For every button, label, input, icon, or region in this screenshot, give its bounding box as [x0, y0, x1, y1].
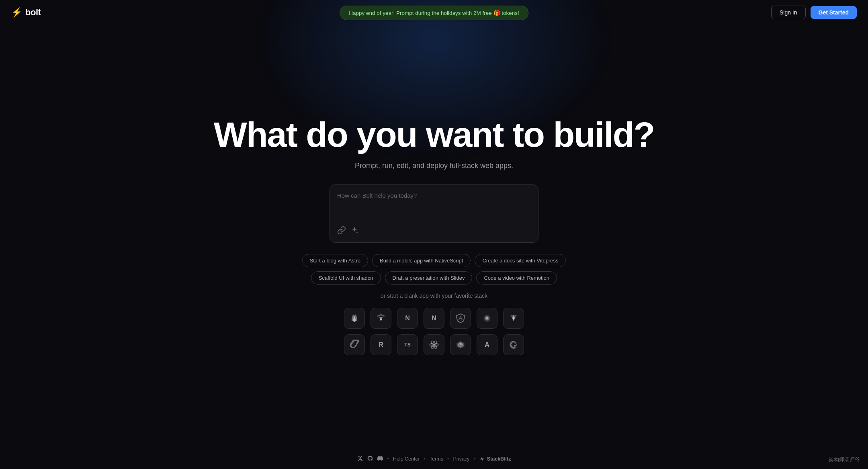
banner-text: Happy end of year! Prompt during the hol…	[349, 10, 519, 16]
stack-icon-nuxt[interactable]: N	[397, 308, 418, 329]
hero-title: What do you want to build?	[214, 116, 655, 153]
sparkle-icon[interactable]	[350, 226, 359, 237]
stack-row-1: N N	[344, 308, 524, 329]
prompt-footer	[337, 226, 531, 237]
watermark: 架构师汤师爷	[829, 456, 860, 463]
help-center-link[interactable]: Help Center	[393, 456, 420, 462]
footer-dot-4: •	[473, 456, 475, 462]
stack-icon-angular[interactable]	[450, 308, 471, 329]
blank-app-label: or start a blank app with your favorite …	[381, 293, 487, 299]
stack-icon-svelte[interactable]	[344, 334, 365, 355]
logo[interactable]: ⚡ bolt	[11, 7, 41, 18]
svg-line-1	[459, 316, 461, 320]
holiday-banner: Happy end of year! Prompt during the hol…	[340, 6, 528, 20]
link-icon[interactable]	[337, 226, 346, 237]
stack-icon-next[interactable]: N	[424, 308, 444, 329]
suggestion-pill-4[interactable]: Draft a presentation with Slidev	[385, 271, 473, 285]
github-icon[interactable]	[367, 455, 373, 463]
suggestion-pill-2[interactable]: Create a docs site with Vitepress	[475, 254, 566, 267]
stackblitz-label: StackBlitz	[487, 456, 511, 462]
logo-text: bolt	[25, 7, 41, 18]
stack-icon-react[interactable]	[424, 334, 444, 355]
suggestions-container: Start a blog with Astro Build a mobile a…	[289, 254, 579, 285]
header-actions: Sign In Get Started	[771, 6, 857, 19]
prompt-box	[330, 184, 538, 243]
stack-icon-solid[interactable]	[477, 308, 497, 329]
footer-dot-3: •	[447, 456, 449, 462]
get-started-button[interactable]: Get Started	[811, 6, 857, 19]
x-twitter-icon[interactable]	[357, 455, 363, 463]
stack-icon-angular-a[interactable]: A	[477, 334, 497, 355]
svg-marker-0	[456, 314, 465, 323]
terms-link[interactable]: Terms	[430, 456, 443, 462]
stack-icon-vue[interactable]	[503, 308, 524, 329]
suggestion-pill-3[interactable]: Scaffold UI with shadcn	[311, 271, 381, 285]
main-content: What do you want to build? Prompt, run, …	[0, 0, 868, 469]
suggestion-pill-0[interactable]: Start a blog with Astro	[302, 254, 368, 267]
footer-dot-1: •	[387, 456, 389, 462]
stackblitz-icon	[479, 456, 485, 462]
footer: • Help Center • Terms • Privacy • StackB…	[357, 455, 511, 463]
stack-icon-typescript[interactable]: TS	[397, 334, 418, 355]
stack-icon-vite[interactable]	[371, 308, 391, 329]
hero-subtitle: Prompt, run, edit, and deploy full-stack…	[355, 162, 513, 170]
suggestion-pill-1[interactable]: Build a mobile app with NativeScript	[372, 254, 471, 267]
svg-marker-14	[480, 457, 484, 461]
footer-dot-2: •	[424, 456, 426, 462]
stack-icon-qwik[interactable]	[503, 334, 524, 355]
privacy-link[interactable]: Privacy	[453, 456, 469, 462]
bolt-icon: ⚡	[11, 7, 22, 18]
stackblitz-brand[interactable]: StackBlitz	[479, 456, 511, 462]
stack-icon-node[interactable]	[450, 334, 471, 355]
stack-row-2: R TS A	[344, 334, 524, 355]
suggestion-pill-5[interactable]: Code a video with Remotion	[476, 271, 557, 285]
svg-line-2	[461, 316, 462, 320]
stack-icon-remix[interactable]: R	[371, 334, 391, 355]
stack-icon-astro[interactable]	[344, 308, 365, 329]
sign-in-button[interactable]: Sign In	[771, 6, 806, 19]
discord-icon[interactable]	[377, 455, 383, 463]
svg-point-10	[433, 344, 434, 345]
prompt-textarea[interactable]	[337, 192, 531, 220]
svg-point-6	[486, 317, 488, 319]
